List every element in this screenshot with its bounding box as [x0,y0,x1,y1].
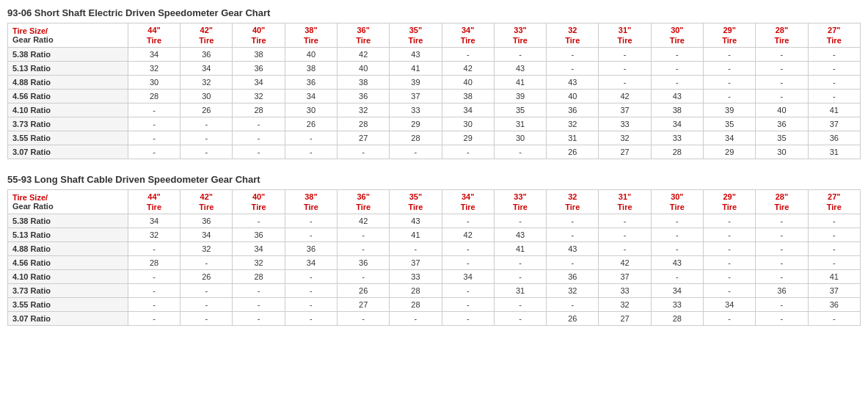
row-label: 3.07 Ratio [8,145,128,159]
t2-col-header-36-bottom: Tire [338,202,390,214]
row-label: 5.13 Ratio [8,62,128,76]
table-cell: - [704,256,756,270]
table-cell: - [547,228,599,242]
row-label: 4.88 Ratio [8,242,128,256]
table-cell: - [285,298,337,312]
table-cell: - [442,214,494,228]
t2-col-header-28-bottom: Tire [756,202,808,214]
t2-col-header-30-bottom: Tire [651,202,703,214]
col-header-29-top: 29" [704,23,756,36]
table-cell: 26 [180,270,233,284]
table-cell: - [180,256,233,270]
t2-col-header-40-top: 40" [233,190,285,203]
table-cell: - [756,298,808,312]
table-cell: 40 [756,103,808,117]
table-cell: 36 [808,298,860,312]
table-cell: 38 [285,62,337,76]
table1-header-row: Tire Size/ Gear Ratio 44" 42" 40" 38" 36… [8,23,861,36]
table-cell: - [756,48,808,62]
table-cell: - [128,131,180,145]
table-cell: - [442,145,494,159]
table1-header-row2: Tire Tire Tire Tire Tire Tire Tire Tire … [8,35,861,48]
table-cell: 32 [599,131,651,145]
table-cell: 28 [128,90,180,103]
table2-title: 55-93 Long Shaft Cable Driven Speedomete… [7,174,861,185]
table-cell: 30 [128,76,180,90]
table-cell: 34 [442,103,494,117]
table-cell: - [442,312,494,326]
table-cell: - [128,103,180,117]
table-cell: 43 [651,256,703,270]
table-cell: - [651,242,703,256]
table-cell: 33 [651,131,703,145]
table-cell: 32 [180,76,233,90]
table-cell: - [233,145,285,159]
col-header-44-bottom: Tire [128,35,180,48]
table-cell: - [180,131,233,145]
table-row: 3.73 Ratio---2628293031323334353637 [8,117,861,131]
table-cell: 34 [180,228,233,242]
t2-col-header-34-top: 34" [442,190,494,203]
table-row: 5.13 Ratio3234363840414243------ [8,62,861,76]
table-cell: 31 [494,117,546,131]
table-cell: 28 [390,298,442,312]
table-cell: 37 [390,256,442,270]
t2-col-header-27-top: 27" [808,190,860,203]
t2-col-header-44-bottom: Tire [128,202,180,214]
table-cell: - [756,256,808,270]
table-cell: 36 [756,117,808,131]
table-cell: - [704,242,756,256]
col-header-30-bottom: Tire [651,35,703,48]
t2-col-header-33-bottom: Tire [494,202,546,214]
table-cell: - [599,228,651,242]
table-cell: 38 [338,76,390,90]
table-cell: 40 [285,48,337,62]
table-cell: 27 [599,312,651,326]
table-cell: - [651,214,703,228]
table-cell: 34 [442,270,494,284]
table-cell: - [756,90,808,103]
table-cell: - [390,312,442,326]
table-cell: 31 [494,284,546,298]
row-label: 3.07 Ratio [8,312,128,326]
table-row: 3.07 Ratio--------262728293031 [8,145,861,159]
table-cell: - [756,214,808,228]
t2-col-header-30-top: 30" [651,190,703,203]
table-cell: - [808,214,860,228]
row-label: 4.10 Ratio [8,103,128,117]
col-header-35-top: 35" [390,23,442,36]
table-cell: - [704,312,756,326]
table-cell: - [808,242,860,256]
table-cell: 36 [338,256,390,270]
table-cell: - [285,270,337,284]
table-cell: 37 [599,270,651,284]
col-header-28-bottom: Tire [756,35,808,48]
table-cell: - [494,312,546,326]
table-cell: 26 [285,117,337,131]
table-cell: 39 [704,103,756,117]
table-cell: - [808,90,860,103]
t2-col-header-28-top: 28" [756,190,808,203]
table-cell: 41 [808,270,860,284]
table-cell: 33 [390,270,442,284]
table-cell: - [128,242,180,256]
col-header-28-top: 28" [756,23,808,36]
table-cell: 38 [233,48,285,62]
table-cell: - [285,228,337,242]
table-cell: 34 [651,117,703,131]
col-header-34-top: 34" [442,23,494,36]
table-cell: - [808,312,860,326]
table-cell: - [442,256,494,270]
table-cell: - [338,242,390,256]
table-cell: 42 [442,62,494,76]
t2-col-header-35-top: 35" [390,190,442,203]
table-cell: - [599,62,651,76]
table-cell: - [233,312,285,326]
table-cell: - [704,214,756,228]
table-cell: 34 [704,131,756,145]
table-cell: 41 [390,228,442,242]
table-cell: 42 [599,90,651,103]
table-cell: 34 [233,76,285,90]
table1-gear-ratio-label: Gear Ratio [12,35,54,44]
table-cell: 28 [390,284,442,298]
